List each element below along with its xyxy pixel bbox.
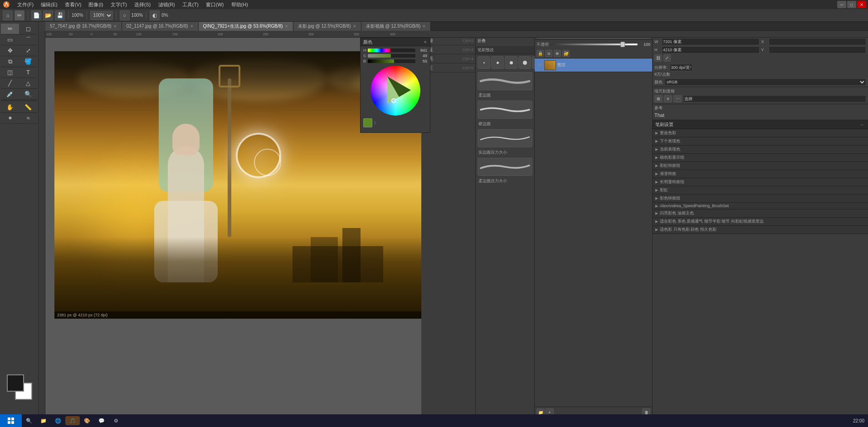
brush-size-select[interactable]: 100% — [90, 11, 113, 20]
scale-ref-btn2[interactable]: ≡ — [664, 95, 672, 102]
color-swatches[interactable] — [7, 374, 32, 400]
lock-all-btn[interactable]: 🔐 — [562, 50, 570, 57]
tool-select-rect[interactable]: ▭ — [1, 34, 19, 45]
brush-category-8[interactable]: ▶彩色特效组 — [653, 194, 868, 203]
taskbar-chat[interactable]: 💬 — [94, 416, 109, 425]
tool-gradient[interactable]: ◫ — [1, 67, 19, 78]
tab-item-2[interactable]: QINQ_7921+生活.jpg @ 53.6%(RGB/8)✕ — [199, 22, 293, 31]
taskbar-browser[interactable]: 🌐 — [51, 416, 65, 425]
menu-item-T[interactable]: 文字(T) — [107, 0, 131, 9]
tab-item-0[interactable]: 57_7547.jpg @ 16.7%(RGB/8)✕ — [45, 22, 122, 31]
menu-item-R[interactable]: 滤镜(R) — [155, 0, 179, 9]
tab-item-4[interactable]: 未影视频 @ 12.5%(RGB/8)✕ — [361, 22, 431, 31]
chain-link2-btn[interactable]: ⤢ — [663, 54, 671, 62]
tool-eraser-btn[interactable]: ◻ — [19, 24, 37, 34]
lock-pos-btn[interactable]: ⊕ — [554, 50, 561, 57]
taskbar-files[interactable]: 📁 — [36, 416, 51, 425]
brush-stroke-2[interactable] — [478, 101, 532, 119]
brush-stroke-3[interactable] — [478, 129, 532, 147]
tab-close-2[interactable]: ✕ — [285, 24, 288, 29]
y-input[interactable] — [769, 46, 867, 53]
chain-link-btn[interactable]: ⛓ — [654, 54, 662, 62]
tool-select-lasso[interactable]: ⌒ — [19, 34, 37, 45]
window-close[interactable]: ✕ — [857, 1, 866, 8]
tool-open[interactable]: 📂 — [43, 10, 53, 20]
tool-crop[interactable]: ⧉ — [1, 56, 19, 67]
tool-zoom[interactable]: 🔍 — [19, 89, 37, 100]
menu-item-S[interactable]: 选择(S) — [131, 0, 155, 9]
window-maximize[interactable]: □ — [847, 1, 856, 8]
window-minimize[interactable]: ─ — [837, 1, 846, 8]
brush-cats-minimize[interactable]: ─ — [859, 121, 865, 128]
res-input[interactable] — [670, 64, 692, 71]
brush-dot-2[interactable] — [491, 56, 504, 69]
menu-item-H[interactable]: 帮助(H) — [228, 0, 252, 9]
foreground-color[interactable] — [7, 374, 24, 392]
layer-entry-main[interactable]: 👁 图层 — [535, 58, 652, 72]
app-icon[interactable] — [2, 1, 11, 8]
color-expand-btn[interactable]: ⟩ — [374, 121, 376, 125]
tool-multibrush[interactable]: ⁕ — [1, 113, 19, 124]
tool-line[interactable]: ╱ — [1, 78, 19, 89]
tool-smudge[interactable]: ≈ — [19, 113, 37, 124]
tool-home[interactable]: ⌂ — [3, 10, 13, 20]
tab-item-3[interactable]: 未影.jpg @ 12.5%(RGB/8)✕ — [293, 22, 361, 31]
color-wheel[interactable] — [371, 66, 420, 116]
tab-close-1[interactable]: ✕ — [190, 24, 194, 29]
tool-transform[interactable]: ⤢ — [19, 45, 37, 56]
brush-category-0[interactable]: ▶更改色彩 — [653, 129, 868, 137]
h-input[interactable] — [662, 46, 760, 53]
taskbar-settings[interactable]: ⚙ — [109, 416, 123, 425]
brush-category-9[interactable]: ▶AlexAndrea_SpeedPainting_BrushSet — [653, 203, 868, 209]
tool-eyedropper[interactable]: 💉 — [1, 89, 19, 100]
brush-category-2[interactable]: ▶当前表现色 — [653, 146, 868, 154]
brush-category-4[interactable]: ▶彩虹特效组 — [653, 162, 868, 170]
lock-pixels-btn[interactable]: 🔒 — [536, 50, 544, 57]
brush-category-7[interactable]: ▶彩虹 — [653, 186, 868, 194]
menu-item-I[interactable]: 图像(I) — [85, 0, 107, 9]
brush-category-6[interactable]: ▶长明显特效组 — [653, 178, 868, 186]
brush-dot-4[interactable] — [518, 56, 531, 69]
tool-save[interactable]: 💾 — [55, 10, 65, 20]
tool-text[interactable]: T — [19, 67, 37, 78]
tool-new[interactable]: 📄 — [31, 10, 41, 20]
brush-category-11[interactable]: ▶适合彩色 系色 质感通气 细节半彩 细节 向彩虹线感觉里边 — [653, 218, 868, 226]
tab-close-0[interactable]: ✕ — [113, 24, 117, 29]
brush-dot-1[interactable] — [478, 56, 490, 69]
color-picker-close[interactable]: ✕ — [424, 40, 427, 44]
brush-category-3[interactable]: ▶稳色彩显示组 — [653, 154, 868, 162]
menu-item-F[interactable]: 文件(F) — [14, 0, 37, 9]
tool-move[interactable]: ✥ — [1, 45, 19, 56]
taskbar-search[interactable]: 🔍 — [22, 416, 36, 425]
tab-close-4[interactable]: ✕ — [422, 24, 426, 29]
menu-item-E[interactable]: 编辑(E) — [37, 0, 61, 9]
layer-vis-main[interactable]: 👁 — [536, 63, 543, 68]
brush-category-1[interactable]: ▶下个表现色 — [653, 137, 868, 146]
x-input[interactable] — [769, 38, 867, 45]
menu-item-T[interactable]: 工具(T) — [179, 0, 202, 9]
brush-category-5[interactable]: ▶渐变特效 — [653, 170, 868, 178]
tab-close-3[interactable]: ✕ — [353, 24, 356, 29]
document-item-collapse[interactable]: 折叠 — [476, 36, 534, 45]
brush-category-10[interactable]: ▶闪亮彩色 油画主色 — [653, 209, 868, 218]
h-slider[interactable] — [368, 49, 415, 52]
scale-ref-btn3[interactable]: ⋯ — [673, 95, 682, 102]
menu-item-W[interactable]: 窗口(W) — [202, 0, 228, 9]
menu-item-V[interactable]: 查看(V) — [61, 0, 85, 9]
b-slider[interactable] — [368, 59, 415, 63]
tab-item-1[interactable]: 02_1147.jpg @ 16.7%(RGB/8)✕ — [122, 22, 199, 31]
color-wheel-container[interactable] — [361, 64, 430, 117]
tool-ruler[interactable]: 📏 — [19, 102, 37, 113]
tool-shape[interactable]: △ — [19, 78, 37, 89]
brush-dot-3[interactable] — [505, 56, 517, 69]
tool-fill[interactable]: 🪣 — [19, 56, 37, 67]
scale-ref-btn1[interactable]: ⊞ — [654, 95, 663, 102]
tool-brush[interactable]: ✏ — [15, 10, 24, 20]
scale-ref-input[interactable] — [683, 95, 866, 102]
s-slider[interactable] — [368, 54, 415, 58]
color-profile-select[interactable]: sRGB — [664, 78, 866, 86]
lock-alpha-btn[interactable]: α — [545, 50, 552, 57]
brush-category-12[interactable]: ▶适色彩 只有色彩 顔色 恒久色彩 — [653, 226, 868, 234]
tool-brush-btn[interactable]: ✏ — [1, 24, 19, 34]
brush-stroke-4[interactable] — [478, 158, 532, 176]
